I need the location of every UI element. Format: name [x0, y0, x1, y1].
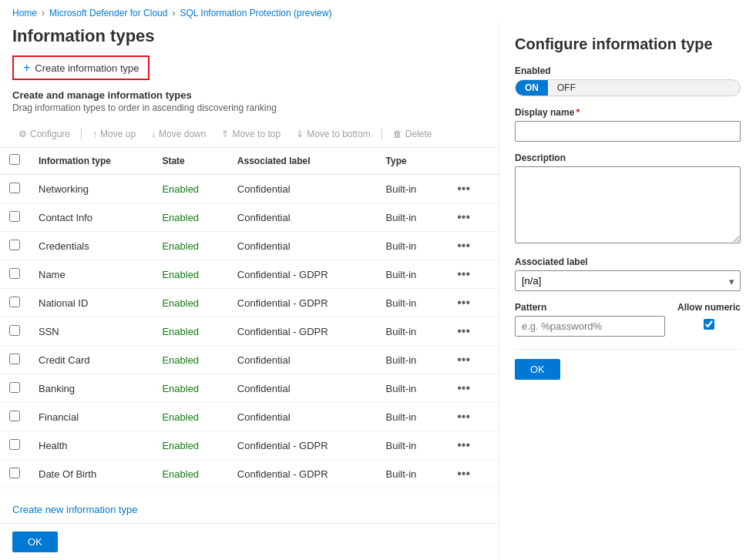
row-name: Banking — [29, 374, 153, 403]
col-state: State — [153, 148, 227, 174]
row-checkbox[interactable] — [9, 439, 20, 450]
row-more-button[interactable]: ••• — [452, 380, 475, 397]
row-more-button[interactable]: ••• — [452, 209, 475, 226]
move-to-top-button[interactable]: ⇑ Move to top — [215, 126, 287, 143]
move-to-bottom-button[interactable]: ⇓ Move to bottom — [290, 126, 377, 143]
right-ok-button[interactable]: OK — [515, 359, 560, 380]
display-name-label: Display name* — [515, 107, 741, 118]
row-more-button[interactable]: ••• — [452, 294, 475, 311]
move-down-button[interactable]: ↓ Move down — [145, 126, 212, 143]
row-checkbox[interactable] — [9, 325, 20, 336]
toolbar-divider-1 — [81, 128, 82, 140]
row-type: Built-in — [377, 374, 444, 403]
row-more-button[interactable]: ••• — [452, 180, 475, 197]
table-row: Networking Enabled Confidential Built-in… — [0, 174, 499, 203]
move-up-button[interactable]: ↑ Move up — [86, 126, 142, 143]
row-checkbox[interactable] — [9, 211, 20, 222]
breadcrumb: Home › Microsoft Defender for Cloud › SQ… — [0, 0, 756, 23]
right-panel: Configure information type Enabled ON OF… — [499, 23, 756, 560]
table-row: SSN Enabled Confidential - GDPR Built-in… — [0, 317, 499, 346]
row-checkbox[interactable] — [9, 297, 20, 307]
row-state: Enabled — [153, 317, 227, 346]
row-checkbox[interactable] — [9, 183, 20, 193]
select-all-checkbox[interactable] — [9, 154, 20, 165]
toggle-on[interactable]: ON — [516, 80, 548, 96]
col-actions — [443, 148, 499, 174]
associated-label-field: Associated label [n/a] Confidential Conf… — [515, 257, 741, 291]
move-down-icon: ↓ — [151, 129, 156, 139]
row-type: Built-in — [377, 488, 444, 497]
row-type: Built-in — [377, 203, 444, 232]
row-more-button[interactable]: ••• — [452, 465, 475, 482]
enabled-field: Enabled ON OFF — [515, 65, 741, 96]
row-type: Built-in — [377, 346, 444, 374]
breadcrumb-sql[interactable]: SQL Information Protection (preview) — [180, 8, 331, 18]
row-name: Health — [29, 431, 153, 460]
pattern-col: Pattern — [515, 302, 665, 337]
pattern-row: Pattern Allow numeric — [515, 302, 741, 337]
allow-numeric-col: Allow numeric — [677, 302, 741, 330]
associated-label-select-wrap: [n/a] Confidential Confidential - GDPR H… — [515, 270, 741, 291]
delete-label: Delete — [405, 129, 432, 139]
row-checkbox[interactable] — [9, 468, 20, 478]
table-row: Other Enabled Confidential Built-in ••• — [0, 488, 499, 497]
right-ok-area: OK — [515, 349, 741, 380]
configure-button[interactable]: ⚙ Configure — [12, 126, 76, 143]
row-label: Confidential - GDPR — [228, 289, 377, 317]
table-row: Contact Info Enabled Confidential Built-… — [0, 203, 499, 232]
display-name-input[interactable] — [515, 121, 741, 142]
move-up-icon: ↑ — [92, 129, 97, 139]
delete-button[interactable]: 🗑 Delete — [387, 126, 438, 143]
delete-icon: 🗑 — [393, 129, 402, 139]
enabled-toggle[interactable]: ON OFF — [515, 79, 741, 96]
associated-label-select[interactable]: [n/a] Confidential Confidential - GDPR H… — [515, 270, 741, 291]
row-checkbox[interactable] — [9, 354, 20, 364]
toggle-off[interactable]: OFF — [548, 80, 585, 96]
allow-numeric-checkbox[interactable] — [704, 319, 714, 330]
row-more-button[interactable]: ••• — [452, 408, 475, 425]
row-more-button[interactable]: ••• — [452, 351, 475, 368]
toolbar: ⚙ Configure ↑ Move up ↓ Move down ⇑ Move… — [0, 121, 499, 148]
ok-btn-area: OK — [0, 523, 499, 560]
description-subtitle: Drag information types to order in ascen… — [12, 102, 486, 113]
row-checkbox[interactable] — [9, 411, 20, 421]
row-state: Enabled — [153, 203, 227, 232]
row-more-button[interactable]: ••• — [452, 323, 475, 340]
description-title: Create and manage information types — [12, 89, 486, 101]
row-more-button[interactable]: ••• — [452, 266, 475, 283]
move-to-bottom-icon: ⇓ — [296, 129, 304, 139]
row-name: SSN — [29, 317, 153, 346]
row-label: Confidential - GDPR — [228, 260, 377, 289]
move-to-bottom-label: Move to bottom — [307, 129, 371, 139]
configure-icon: ⚙ — [18, 129, 27, 139]
row-state: Enabled — [153, 174, 227, 203]
row-more-button[interactable]: ••• — [452, 437, 475, 454]
required-marker: * — [576, 107, 580, 118]
row-label: Confidential - GDPR — [228, 460, 377, 488]
pattern-input[interactable] — [515, 316, 665, 337]
create-new-information-type-link[interactable]: Create new information type — [12, 504, 138, 515]
table-row: Name Enabled Confidential - GDPR Built-i… — [0, 260, 499, 289]
row-label: Confidential — [228, 232, 377, 260]
row-label: Confidential — [228, 174, 377, 203]
row-name: Contact Info — [29, 203, 153, 232]
row-name: Other — [29, 488, 153, 497]
row-checkbox[interactable] — [9, 382, 20, 393]
ok-button[interactable]: OK — [12, 531, 58, 552]
row-checkbox[interactable] — [9, 268, 20, 279]
move-up-label: Move up — [100, 129, 136, 139]
row-more-button[interactable]: ••• — [452, 237, 475, 254]
create-btn-label: Create information type — [35, 62, 139, 74]
breadcrumb-defender[interactable]: Microsoft Defender for Cloud — [49, 8, 167, 18]
description-textarea[interactable] — [515, 166, 741, 243]
breadcrumb-home[interactable]: Home — [12, 8, 37, 18]
row-type: Built-in — [377, 232, 444, 260]
row-label: Confidential - GDPR — [228, 317, 377, 346]
row-checkbox[interactable] — [9, 240, 20, 250]
create-information-type-button[interactable]: + Create information type — [12, 55, 150, 80]
table-row: National ID Enabled Confidential - GDPR … — [0, 289, 499, 317]
row-name: Name — [29, 260, 153, 289]
create-btn-area: + Create information type — [0, 55, 499, 89]
row-state: Enabled — [153, 289, 227, 317]
page-title: Information types — [0, 23, 499, 55]
